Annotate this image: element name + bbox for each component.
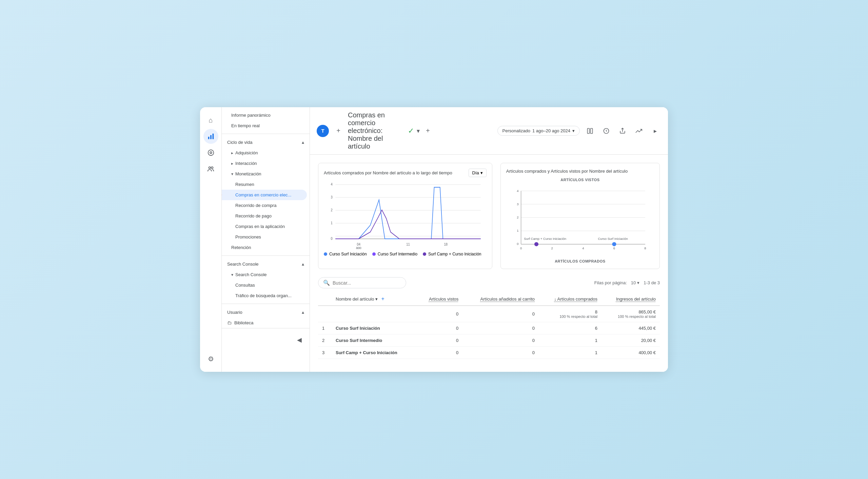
search-icon: 🔍 — [323, 280, 330, 286]
scatter-point-iniciacion — [612, 242, 616, 246]
sidebar-item-monetizacion[interactable]: ▾ Monetización — [222, 169, 307, 179]
search-console-chevron: ▾ — [231, 272, 233, 277]
svg-point-3 — [208, 150, 214, 156]
nombre-filter-icon[interactable]: ▾ — [375, 296, 378, 302]
sidebar-item-biblioteca[interactable]: 🗀 Biblioteca — [222, 318, 310, 328]
add-column-btn[interactable]: + — [381, 296, 384, 302]
svg-point-5 — [209, 167, 211, 169]
line-chart-title: Artículos comprados por Nombre del artíc… — [324, 170, 452, 175]
svg-rect-8 — [591, 128, 593, 133]
title-dropdown-btn[interactable]: ▾ — [417, 127, 420, 135]
day-selector-btn[interactable]: Día ▾ — [469, 169, 487, 177]
col-nombre: Nombre del artículo ▾ + — [332, 292, 417, 306]
sidebar-item-compras[interactable]: → Compras en comercio elec... — [222, 190, 307, 200]
svg-text:8: 8 — [644, 246, 646, 250]
share-btn[interactable] — [616, 125, 629, 137]
nav-settings-btn[interactable]: ⚙ — [203, 351, 218, 366]
search-bar[interactable]: 🔍 — [318, 277, 406, 288]
table-header-row: Nombre del artículo ▾ + Artículos vistos… — [318, 292, 660, 306]
row2-vistos: 0 — [417, 334, 463, 347]
nav-analytics-btn[interactable] — [203, 129, 218, 144]
svg-text:6: 6 — [613, 246, 615, 250]
interaccion-chevron: ▸ — [231, 161, 233, 166]
col-vistos: Artículos vistos — [417, 292, 463, 306]
check-icon: ✓ — [408, 127, 414, 135]
top-bar: T + Compras en comercio electrónico: Nom… — [310, 107, 668, 155]
search-input[interactable] — [333, 280, 401, 286]
sidebar-item-trafico[interactable]: Tráfico de búsqueda organ... — [222, 290, 307, 301]
legend-intermedio: Curso Surf Intermedio — [372, 252, 417, 256]
insights-btn[interactable] — [600, 125, 612, 137]
usuario-collapse-icon: ▴ — [302, 309, 304, 315]
table-total-row: 0 0 8 100 % respecto al total 865,00 € 1… — [318, 306, 660, 322]
sidebar-item-adquisicion[interactable]: ▸ Adquisición — [222, 148, 307, 158]
svg-text:ago: ago — [356, 246, 361, 249]
page-title: Compras en comercio electrónico: Nombre … — [348, 111, 404, 150]
nav-home-btn[interactable]: ⌂ — [203, 113, 218, 128]
col-comprados: ↓ Artículos comprados — [539, 292, 601, 306]
rows-per-page-select[interactable]: 10 ▾ — [631, 280, 639, 285]
title-add-btn[interactable]: + — [422, 126, 433, 136]
row1-num: 1 — [318, 322, 332, 334]
row1-carrito: 0 — [462, 322, 539, 334]
rows-per-page-label: Filas por página: — [594, 280, 627, 285]
svg-text:11: 11 — [406, 242, 410, 246]
svg-text:1: 1 — [517, 229, 518, 232]
pagination-info: Filas por página: 10 ▾ 1-3 de 3 — [594, 280, 660, 285]
y-axis-label: ARTÍCULOS VISTOS — [506, 178, 654, 182]
sidebar-collapse-btn[interactable]: ◀ — [293, 334, 305, 346]
sidebar-item-informe-panoramico[interactable]: Informe panorámico — [222, 110, 307, 120]
nav-audiences-btn[interactable] — [203, 161, 218, 176]
add-tab-button[interactable]: + — [333, 126, 344, 136]
scatter-chart-title: Artículos comprados y Artículos vistos p… — [506, 169, 628, 174]
sidebar: Informe panorámico En tiempo real Ciclo … — [222, 107, 310, 372]
more-btn[interactable]: ▸ — [649, 125, 661, 137]
legend-label-surf-camp: Surf Camp + Curso Iniciación — [428, 252, 481, 256]
legend-label-intermedio: Curso Surf Intermedio — [378, 252, 417, 256]
sidebar-lifecycle-section[interactable]: Ciclo de vida ▴ — [222, 137, 310, 148]
sidebar-item-recorrido-compra[interactable]: Recorrido de compra — [222, 200, 307, 211]
svg-text:3: 3 — [517, 202, 518, 206]
avatar[interactable]: T — [317, 125, 329, 137]
table-toolbar: 🔍 Filas por página: 10 ▾ 1-3 de 3 — [318, 277, 660, 288]
svg-text:4: 4 — [517, 189, 519, 193]
sidebar-usuario-section[interactable]: Usuario ▴ — [222, 307, 310, 318]
row1-nombre: Curso Surf Iniciación — [332, 322, 417, 334]
charts-row: Artículos comprados por Nombre del artíc… — [318, 163, 660, 269]
sidebar-item-interaccion[interactable]: ▸ Interacción — [222, 158, 307, 169]
sidebar-item-consultas[interactable]: Consultas — [222, 280, 307, 290]
sidebar-item-compras-app[interactable]: Compras en la aplicación — [222, 221, 307, 232]
svg-text:Surf Camp + Curso Iniciación: Surf Camp + Curso Iniciación — [524, 237, 566, 241]
folder-icon: 🗀 — [227, 320, 232, 325]
svg-point-4 — [210, 152, 212, 154]
legend-dot-surf-camp — [423, 252, 426, 256]
compare-btn[interactable] — [584, 125, 596, 137]
svg-rect-2 — [212, 134, 214, 139]
sidebar-item-recorrido-pago[interactable]: Recorrido de pago — [222, 211, 307, 221]
date-range-button[interactable]: Personalizado 1 ago–20 ago 2024 ▾ — [497, 126, 580, 136]
sidebar-item-resumen[interactable]: Resumen — [222, 179, 307, 190]
nav-explore-btn[interactable] — [203, 145, 218, 160]
svg-point-6 — [211, 167, 213, 169]
sidebar-item-search-console-parent[interactable]: ▾ Search Console — [222, 269, 307, 280]
svg-text:4: 4 — [582, 246, 584, 250]
row2-ingresos: 20,00 € — [601, 334, 660, 347]
sidebar-item-promociones[interactable]: Promociones — [222, 232, 307, 242]
svg-text:1: 1 — [331, 221, 333, 225]
trending-btn[interactable] — [633, 125, 645, 137]
svg-text:Curso Surf Iniciación: Curso Surf Iniciación — [598, 237, 628, 241]
total-carrito: 0 — [462, 306, 539, 322]
scatter-point-surf-camp — [534, 242, 538, 246]
sidebar-item-en-tiempo-real[interactable]: En tiempo real — [222, 120, 307, 131]
lifecycle-collapse-icon: ▴ — [302, 139, 304, 145]
sidebar-item-retencion[interactable]: Retención — [222, 242, 307, 253]
legend-label-iniciacion: Curso Surf Iniciación — [329, 252, 367, 256]
sidebar-search-console-section[interactable]: Search Console ▴ — [222, 258, 310, 269]
table-row: 1 Curso Surf Iniciación 0 0 6 445,00 € — [318, 322, 660, 334]
scatter-chart-card: Artículos comprados y Artículos vistos p… — [500, 163, 660, 269]
nav-icons: ⌂ ⚙ — [200, 107, 222, 372]
svg-text:4: 4 — [331, 182, 333, 186]
line-chart-header: Artículos comprados por Nombre del artíc… — [324, 169, 487, 177]
legend-surf-camp: Surf Camp + Curso Iniciación — [423, 252, 481, 256]
col-num — [318, 292, 332, 306]
